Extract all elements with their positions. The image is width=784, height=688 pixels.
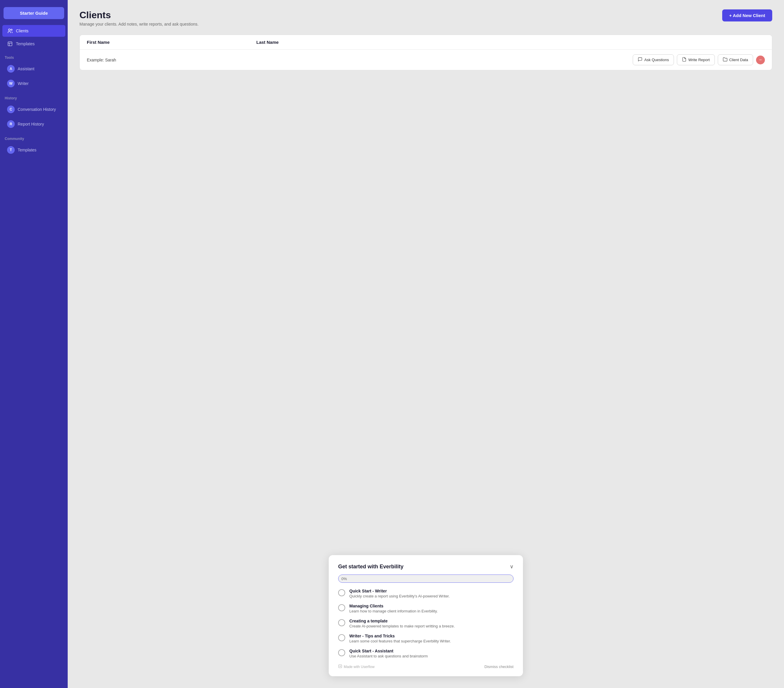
check-circle-2[interactable] bbox=[338, 619, 345, 626]
item-desc-0: Quickly create a report using Everbility… bbox=[349, 594, 450, 598]
delete-client-button[interactable]: − bbox=[756, 56, 765, 64]
checklist-item-4: Quick Start - Assistant Use Assistant to… bbox=[338, 649, 514, 658]
sidebar-assistant-label: Assistant bbox=[18, 66, 35, 71]
add-new-client-button[interactable]: + Add New Client bbox=[722, 10, 772, 21]
item-desc-3: Learn some cool features that supercharg… bbox=[349, 639, 451, 643]
main-area: Clients Manage your clients. Add notes, … bbox=[68, 0, 784, 688]
chat-icon bbox=[638, 57, 642, 62]
progress-bar: 0% bbox=[338, 575, 514, 583]
sidebar-item-conversation-history[interactable]: C Conversation History bbox=[2, 103, 65, 116]
table-row: Example: Sarah Ask Questions bbox=[80, 50, 772, 70]
item-text-4: Quick Start - Assistant Use Assistant to… bbox=[349, 649, 428, 658]
client-name: Example: Sarah bbox=[87, 57, 312, 62]
table-header: First Name Last Name bbox=[80, 35, 772, 50]
check-circle-1[interactable] bbox=[338, 604, 345, 611]
page-title-area: Clients Manage your clients. Add notes, … bbox=[79, 10, 199, 26]
page-title: Clients bbox=[79, 10, 199, 21]
folder-icon bbox=[723, 57, 728, 62]
check-circle-0[interactable] bbox=[338, 589, 345, 596]
progress-label: 0% bbox=[341, 576, 347, 581]
checklist-items-list: Quick Start - Writer Quickly create a re… bbox=[338, 589, 514, 658]
community-section-label: Community bbox=[0, 132, 68, 142]
conversation-history-avatar: C bbox=[7, 105, 15, 113]
item-text-1: Managing Clients Learn how to manage cli… bbox=[349, 604, 438, 613]
sidebar-community-templates-label: Templates bbox=[18, 148, 36, 152]
sidebar-report-history-label: Report History bbox=[18, 122, 44, 126]
checklist-header: Get started with Everbility ∨ bbox=[338, 563, 514, 570]
item-text-3: Writer - Tips and Tricks Learn some cool… bbox=[349, 634, 451, 643]
write-report-button[interactable]: Write Report bbox=[677, 54, 715, 65]
checklist-title: Get started with Everbility bbox=[338, 564, 404, 570]
sidebar-item-report-history[interactable]: R Report History bbox=[2, 117, 65, 131]
clients-table: First Name Last Name Example: Sarah Ask … bbox=[79, 35, 772, 70]
item-desc-2: Create AI-powered templates to make repo… bbox=[349, 624, 455, 628]
checklist-item-3: Writer - Tips and Tricks Learn some cool… bbox=[338, 634, 514, 643]
sidebar-writer-label: Writer bbox=[18, 81, 28, 86]
item-title-2: Creating a template bbox=[349, 619, 455, 623]
sidebar-item-assistant[interactable]: A Assistant bbox=[2, 62, 65, 76]
item-title-1: Managing Clients bbox=[349, 604, 438, 608]
item-title-4: Quick Start - Assistant bbox=[349, 649, 428, 653]
check-circle-3[interactable] bbox=[338, 634, 345, 641]
item-text-0: Quick Start - Writer Quickly create a re… bbox=[349, 589, 450, 598]
row-actions: Ask Questions Write Report bbox=[315, 54, 765, 65]
page-subtitle: Manage your clients. Add notes, write re… bbox=[79, 22, 199, 26]
history-section-label: History bbox=[0, 92, 68, 102]
checklist-modal: Get started with Everbility ∨ 0% Quick S… bbox=[329, 555, 523, 676]
chevron-down-icon: ∨ bbox=[510, 564, 514, 570]
item-desc-1: Learn how to manage client information i… bbox=[349, 609, 438, 613]
document-icon bbox=[682, 57, 687, 62]
item-text-2: Creating a template Create AI-powered te… bbox=[349, 619, 455, 628]
report-history-avatar: R bbox=[7, 120, 15, 128]
sidebar-item-clients[interactable]: Clients bbox=[2, 25, 65, 37]
dismiss-checklist-button[interactable]: Dismiss checklist bbox=[484, 665, 514, 669]
sidebar-clients-label: Clients bbox=[16, 28, 28, 33]
client-data-button[interactable]: Client Data bbox=[718, 54, 753, 65]
checklist-item-2: Creating a template Create AI-powered te… bbox=[338, 619, 514, 628]
page-header: Clients Manage your clients. Add notes, … bbox=[79, 10, 772, 26]
sidebar-templates-label: Templates bbox=[16, 41, 35, 46]
assistant-avatar: A bbox=[7, 65, 15, 72]
overlay-area: Get started with Everbility ∨ 0% Quick S… bbox=[68, 555, 784, 688]
checklist-item-0: Quick Start - Writer Quickly create a re… bbox=[338, 589, 514, 598]
svg-point-0 bbox=[8, 29, 10, 31]
sidebar-item-writer[interactable]: W Writer bbox=[2, 77, 65, 90]
userflow-icon bbox=[338, 664, 342, 669]
main-content: Clients Manage your clients. Add notes, … bbox=[68, 0, 784, 555]
checklist-collapse-button[interactable]: ∨ bbox=[510, 563, 514, 570]
col-first-name: First Name bbox=[87, 40, 256, 45]
tools-section-label: Tools bbox=[0, 51, 68, 61]
templates-icon bbox=[7, 41, 13, 47]
svg-point-1 bbox=[11, 29, 12, 31]
item-title-0: Quick Start - Writer bbox=[349, 589, 450, 593]
checklist-item-1: Managing Clients Learn how to manage cli… bbox=[338, 604, 514, 613]
community-templates-avatar: T bbox=[7, 146, 15, 154]
col-last-name: Last Name bbox=[256, 40, 426, 45]
sidebar-item-community-templates[interactable]: T Templates bbox=[2, 143, 65, 157]
svg-rect-2 bbox=[8, 42, 12, 46]
sidebar: Starter Guide Clients Templates Tools A … bbox=[0, 0, 68, 688]
item-desc-4: Use Assistant to ask questions and brain… bbox=[349, 654, 428, 658]
starter-guide-button[interactable]: Starter Guide bbox=[3, 7, 64, 19]
writer-avatar: W bbox=[7, 80, 15, 87]
made-with-label: Made with Userflow bbox=[338, 664, 375, 669]
checklist-footer: Made with Userflow Dismiss checklist bbox=[338, 664, 514, 669]
ask-questions-button[interactable]: Ask Questions bbox=[633, 54, 674, 65]
sidebar-item-templates[interactable]: Templates bbox=[2, 38, 65, 50]
check-circle-4[interactable] bbox=[338, 649, 345, 656]
minus-icon: − bbox=[759, 57, 762, 62]
sidebar-conversation-history-label: Conversation History bbox=[18, 107, 56, 112]
item-title-3: Writer - Tips and Tricks bbox=[349, 634, 451, 638]
clients-icon bbox=[7, 28, 13, 34]
